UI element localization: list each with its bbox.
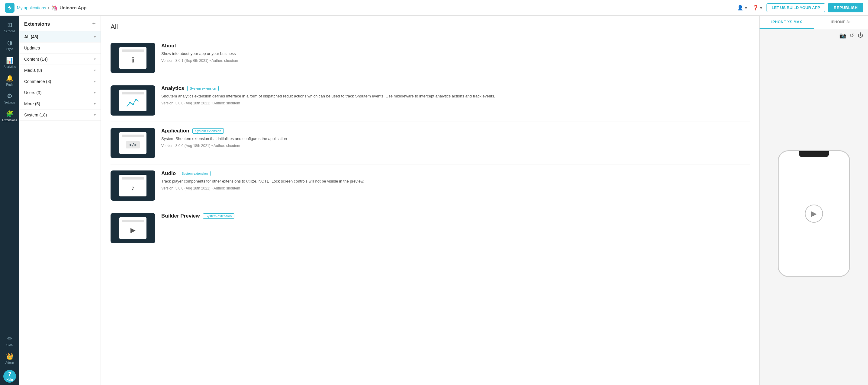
section-title: All [111, 23, 750, 31]
extension-meta-analytics: Version: 3.0.0 (Aug 18th 2021) • Author:… [161, 101, 750, 105]
sidebar-item-push[interactable]: 🔔 Push [0, 71, 19, 89]
republish-button[interactable]: REPUBLISH [828, 3, 863, 12]
extension-info-analytics: Analytics System extension Shoutem analy… [161, 85, 750, 105]
settings-icon: ⚙ [7, 92, 12, 100]
sidebar-item-analytics[interactable]: 📊 Analytics [0, 54, 19, 71]
extension-thumb-inner-analytics [119, 90, 147, 111]
panel-sidebar: Extensions + All (48) ▾ Updates Content … [19, 16, 101, 385]
extension-badge-analytics: System extension [187, 86, 219, 91]
sidebar-item-style[interactable]: ◑ Style [0, 36, 19, 54]
chevron-down-icon-users: ▾ [94, 91, 96, 95]
sidebar-item-cms[interactable]: ✏ CMS [0, 332, 19, 350]
preview-top-icons: 📷 ↺ ⏻ [760, 29, 868, 42]
help-button[interactable]: ? Help [3, 370, 16, 383]
chevron-down-icon-content: ▾ [94, 57, 96, 61]
sidebar-label-extensions: Extensions [2, 118, 17, 122]
sidebar-item-extensions[interactable]: 🧩 Extensions [0, 107, 19, 125]
phone-frame: ▶ [778, 150, 850, 277]
svg-point-0 [129, 102, 131, 104]
extension-thumb-inner-audio: ♪ [119, 175, 147, 197]
main-content: All ℹ About Show info about your app or … [101, 16, 759, 385]
help-label: Help [6, 378, 13, 381]
sidebar-category-more-label: More (5) [24, 101, 40, 106]
sidebar-category-content[interactable]: Content (14) ▾ [19, 54, 100, 65]
add-extension-button[interactable]: + [92, 21, 96, 28]
sidebar-category-system-label: System (18) [24, 112, 47, 117]
sidebar-category-commerce-label: Commerce (3) [24, 79, 51, 84]
camera-icon[interactable]: 📷 [839, 32, 846, 39]
sidebar-category-all[interactable]: All (48) ▾ [19, 31, 100, 42]
sidebar-category-users[interactable]: Users (3) ▾ [19, 87, 100, 98]
breadcrumb-separator: › [48, 5, 50, 10]
chevron-down-icon-system: ▾ [94, 113, 96, 117]
extension-badge-audio: System extension [179, 171, 211, 176]
analytics-icon: 📊 [6, 57, 13, 64]
extension-name-builder-preview: Builder Preview [161, 213, 200, 219]
extension-card-analytics: Analytics System extension Shoutem analy… [111, 79, 750, 122]
extension-thumb-inner-about: ℹ [119, 47, 147, 69]
refresh-icon[interactable]: ↺ [849, 32, 854, 39]
help-icon-button[interactable]: ❓ ▾ [751, 4, 764, 12]
extension-name-analytics: Analytics [161, 85, 184, 92]
chevron-down-icon-media: ▾ [94, 68, 96, 72]
style-icon: ◑ [7, 39, 12, 46]
sidebar-category-updates-label: Updates [24, 45, 40, 50]
panel-sidebar-header: Extensions + [19, 16, 100, 31]
sidebar-item-settings[interactable]: ⚙ Settings [0, 89, 19, 107]
sidebar-label-screens: Screens [4, 30, 16, 33]
sidebar-item-screens[interactable]: ⊞ Screens [0, 18, 19, 36]
extension-thumb-analytics [111, 85, 155, 115]
build-app-button[interactable]: LET US BUILD YOUR APP [767, 3, 825, 12]
sidebar-category-updates[interactable]: Updates [19, 42, 100, 54]
extension-info-application: Application System extension System Shou… [161, 128, 750, 148]
preview-panel: IPHONE XS MAX IPHONE 8+ 📷 ↺ ⏻ ▶ [759, 16, 868, 385]
user-icon-button[interactable]: 👤 ▾ [736, 4, 748, 12]
extension-desc-audio: Track player components for other extens… [161, 178, 750, 184]
extension-meta-about: Version: 3.0.1 (Sep 6th 2021) • Author: … [161, 59, 750, 63]
extension-desc-about: Show info about your app or your busines… [161, 51, 750, 57]
extension-thumb-application: </> [111, 128, 155, 158]
sidebar-label-style: Style [6, 47, 13, 51]
extension-title-row-about: About [161, 43, 750, 49]
extension-card-audio: ♪ Audio System extension Track player co… [111, 165, 750, 207]
sidebar-category-system[interactable]: System (18) ▾ [19, 109, 100, 121]
extension-meta-audio: Version: 3.0.0 (Aug 18th 2021) • Author:… [161, 186, 750, 190]
extension-name-about: About [161, 43, 176, 49]
push-icon: 🔔 [6, 74, 13, 82]
tab-iphone-xs-max[interactable]: IPHONE XS MAX [760, 16, 814, 29]
extension-card-builder-preview: ▶ Builder Preview System extension [111, 207, 750, 249]
extension-desc-application: System Shoutem extension that initialize… [161, 136, 750, 142]
sidebar-label-analytics: Analytics [4, 65, 16, 69]
sidebar-category-media-label: Media (8) [24, 68, 42, 73]
extension-badge-application: System extension [192, 128, 224, 134]
sidebar-item-admin[interactable]: 👑 Admin [0, 350, 19, 368]
sidebar-category-media[interactable]: Media (8) ▾ [19, 65, 100, 76]
cms-icon: ✏ [7, 335, 12, 342]
sidebar-label-cms: CMS [6, 343, 13, 347]
power-icon[interactable]: ⏻ [858, 32, 863, 39]
chevron-down-icon: ▾ [94, 35, 96, 39]
sidebar-category-commerce[interactable]: Commerce (3) ▾ [19, 76, 100, 87]
extension-info-about: About Show info about your app or your b… [161, 43, 750, 63]
play-button[interactable]: ▶ [805, 205, 823, 223]
extension-thumb-inner-builder-preview: ▶ [119, 217, 147, 239]
app-icon: 🦄 [51, 4, 58, 11]
help-icon: ? [8, 371, 11, 378]
tab-iphone-8plus[interactable]: IPHONE 8+ [814, 16, 868, 29]
topbar-left: My applications › 🦄 Unicorn App [5, 3, 734, 13]
extension-thumb-builder-preview: ▶ [111, 213, 155, 243]
preview-tabs: IPHONE XS MAX IPHONE 8+ [760, 16, 868, 29]
panel-sidebar-title: Extensions [24, 22, 50, 27]
chevron-down-icon-more: ▾ [94, 102, 96, 106]
breadcrumb-link[interactable]: My applications [17, 5, 46, 10]
admin-icon: 👑 [6, 353, 13, 360]
extension-title-row-application: Application System extension [161, 128, 750, 134]
sidebar-label-push: Push [6, 83, 13, 86]
sidebar-label-settings: Settings [4, 101, 15, 104]
extension-title-row-audio: Audio System extension [161, 171, 750, 176]
extension-name-application: Application [161, 128, 189, 134]
sidebar-category-more[interactable]: More (5) ▾ [19, 98, 100, 109]
extension-meta-application: Version: 3.0.0 (Aug 18th 2021) • Author:… [161, 144, 750, 148]
sidebar-category-users-label: Users (3) [24, 90, 42, 95]
extension-card-application: </> Application System extension System … [111, 122, 750, 165]
